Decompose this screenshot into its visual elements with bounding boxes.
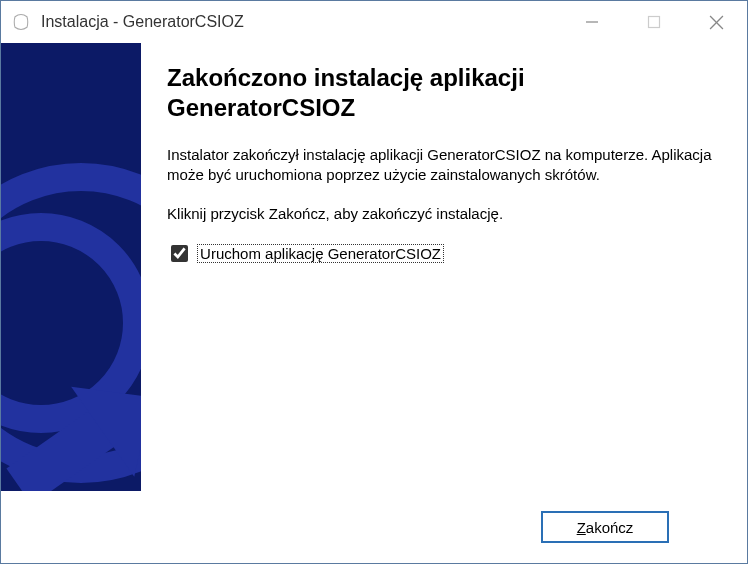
finish-button-accel: Z — [577, 519, 586, 536]
window-body: Zakończono instalację aplikacji Generato… — [1, 43, 747, 563]
launch-app-checkbox-label[interactable]: Uruchom aplikację GeneratorCSIOZ — [197, 244, 444, 263]
maximize-button — [623, 1, 685, 43]
intro-paragraph: Instalator zakończył instalację aplikacj… — [167, 145, 717, 186]
finish-button[interactable]: Zakończ — [541, 511, 669, 543]
window-controls — [561, 1, 747, 43]
content-panel: Zakończono instalację aplikacji Generato… — [141, 43, 747, 491]
app-icon — [11, 12, 31, 32]
launch-app-checkbox[interactable] — [171, 245, 188, 262]
page-heading: Zakończono instalację aplikacji Generato… — [167, 63, 717, 123]
close-button[interactable] — [685, 1, 747, 43]
wizard-sidebar — [1, 43, 141, 491]
finish-button-rest: akończ — [586, 519, 634, 536]
svg-rect-1 — [649, 17, 660, 28]
footer: Zakończ — [1, 491, 747, 563]
minimize-button[interactable] — [561, 1, 623, 43]
instruction-paragraph: Kliknij przycisk Zakończ, aby zakończyć … — [167, 204, 717, 224]
main-area: Zakończono instalację aplikacji Generato… — [1, 43, 747, 491]
window-title: Instalacja - GeneratorCSIOZ — [41, 13, 244, 31]
titlebar: Instalacja - GeneratorCSIOZ — [1, 1, 747, 43]
launch-checkbox-row: Uruchom aplikację GeneratorCSIOZ — [167, 242, 717, 265]
installer-window: Instalacja - GeneratorCSIOZ — [0, 0, 748, 564]
